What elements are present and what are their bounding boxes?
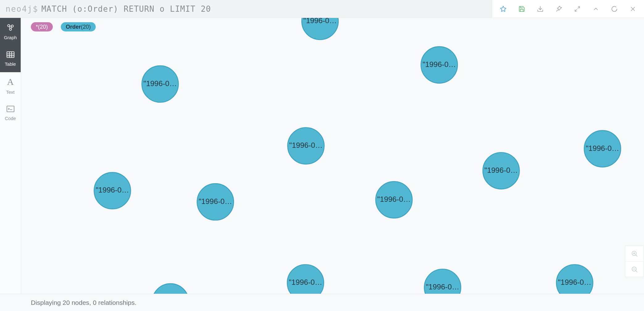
svg-point-22	[421, 47, 458, 83]
code-icon	[6, 105, 15, 113]
svg-point-23	[288, 128, 324, 164]
expand-button[interactable]	[568, 0, 587, 18]
svg-point-28	[376, 181, 412, 218]
svg-point-26	[94, 172, 131, 209]
tab-graph[interactable]: Graph	[0, 18, 21, 45]
text-icon: A	[7, 77, 14, 86]
close-button[interactable]	[624, 0, 642, 18]
svg-point-24	[483, 152, 519, 189]
expand-icon	[574, 6, 580, 12]
chevron-up-icon	[592, 6, 599, 12]
tab-table[interactable]: Table	[0, 45, 21, 72]
graph-node[interactable]: "1996-0…	[94, 172, 131, 209]
graph-node[interactable]: "1996-0…	[302, 18, 338, 39]
save-icon	[518, 6, 525, 12]
graph-svg[interactable]: "1996-0…"1996-0…"1996-0…"1996-0…"1996-0……	[21, 18, 644, 294]
zoom-in-icon	[631, 250, 638, 257]
tab-code[interactable]: Code	[0, 99, 21, 126]
table-icon	[6, 51, 15, 58]
tab-text-label: Text	[6, 89, 15, 95]
status-text: Displaying 20 nodes, 0 relationships.	[31, 299, 136, 306]
svg-point-27	[197, 184, 233, 220]
tab-graph-label: Graph	[4, 35, 17, 40]
svg-point-21	[142, 66, 178, 102]
zoom-out-button[interactable]	[625, 261, 644, 277]
graph-node[interactable]: "1996-0…	[556, 264, 593, 294]
graph-node[interactable]: "1996-0…	[142, 66, 178, 102]
save-button[interactable]	[512, 0, 531, 18]
svg-point-30	[424, 269, 461, 294]
query-input[interactable]: neo4j$ MATCH (o:Order) RETURN o LIMIT 20	[0, 0, 492, 18]
svg-point-32	[152, 284, 189, 294]
svg-line-4	[575, 9, 577, 11]
graph-node[interactable]: "1996-0…	[288, 128, 324, 164]
result-view-tabs: Graph Table A Text Code	[0, 18, 21, 294]
pin-button[interactable]	[550, 0, 568, 18]
refresh-icon	[611, 6, 618, 12]
chip-all-label: *(20)	[36, 24, 48, 30]
svg-rect-13	[7, 52, 14, 57]
chip-all[interactable]: *(20)	[31, 22, 53, 31]
chip-order-bold: Order	[66, 24, 81, 30]
zoom-controls	[625, 246, 644, 277]
svg-point-25	[584, 131, 621, 167]
graph-icon	[6, 23, 15, 32]
chip-order[interactable]: Order(20)	[61, 22, 96, 31]
svg-line-12	[11, 27, 12, 28]
status-bar: Displaying 20 nodes, 0 relationships.	[0, 294, 644, 311]
query-prompt: neo4j$	[6, 4, 38, 14]
svg-point-9	[9, 28, 11, 30]
graph-canvas[interactable]: *(20) Order(20) "1996-0…"1996-0…"1996-0……	[21, 18, 644, 294]
close-icon	[629, 6, 636, 12]
graph-node[interactable]: "1996-0…	[287, 264, 324, 294]
tab-table-label: Table	[5, 61, 16, 67]
app: neo4j$ MATCH (o:Order) RETURN o LIMIT 20	[0, 0, 644, 311]
graph-node[interactable]: "1996-0…	[424, 269, 461, 294]
pin-icon	[555, 6, 562, 12]
main: Graph Table A Text Code *(20) Order(	[0, 18, 644, 294]
query-bar: neo4j$ MATCH (o:Order) RETURN o LIMIT 20	[0, 0, 644, 18]
graph-node[interactable]: "1996-0…	[197, 184, 233, 220]
graph-node[interactable]: "1996-0…	[152, 284, 189, 294]
favorite-button[interactable]	[494, 0, 512, 18]
svg-line-11	[9, 27, 10, 28]
svg-point-20	[302, 18, 338, 39]
svg-marker-0	[500, 6, 506, 11]
query-actions	[492, 0, 644, 18]
chip-order-count: (20)	[81, 24, 91, 30]
graph-node[interactable]: "1996-0…	[421, 47, 458, 83]
query-text: MATCH (o:Order) RETURN o LIMIT 20	[41, 4, 211, 14]
graph-node[interactable]: "1996-0…	[584, 131, 621, 167]
svg-point-31	[556, 264, 593, 294]
label-chips: *(20) Order(20)	[31, 22, 96, 31]
tab-code-label: Code	[5, 116, 16, 121]
svg-line-34	[636, 255, 637, 256]
svg-rect-18	[7, 106, 14, 112]
rerun-button[interactable]	[605, 0, 624, 18]
svg-line-38	[636, 271, 637, 272]
svg-point-29	[287, 264, 324, 294]
graph-node[interactable]: "1996-0…	[483, 152, 519, 189]
star-icon	[500, 6, 507, 12]
zoom-in-button[interactable]	[625, 246, 644, 261]
zoom-out-icon	[631, 266, 638, 273]
scroll-up-button[interactable]	[587, 0, 605, 18]
svg-line-2	[557, 10, 558, 11]
svg-line-3	[578, 6, 580, 8]
graph-node[interactable]: "1996-0…	[376, 181, 412, 218]
download-button[interactable]	[531, 0, 550, 18]
download-icon	[537, 6, 544, 12]
tab-text[interactable]: A Text	[0, 72, 21, 99]
